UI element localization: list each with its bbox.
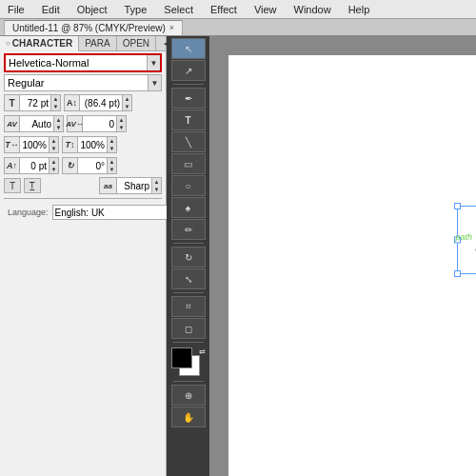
tracking-icon: AV↔ bbox=[68, 116, 83, 131]
all-caps-button[interactable]: T bbox=[4, 178, 21, 193]
font-style-selector[interactable]: ▼ bbox=[4, 74, 162, 91]
font-size-down[interactable]: ▼ bbox=[51, 103, 60, 110]
menu-help[interactable]: Help bbox=[345, 2, 374, 17]
tab-close-button[interactable]: × bbox=[169, 23, 174, 32]
leading-down[interactable]: ▼ bbox=[123, 103, 131, 110]
font-name-dropdown-arrow[interactable]: ▼ bbox=[147, 55, 160, 70]
font-size-input[interactable] bbox=[20, 98, 50, 109]
menu-file[interactable]: File bbox=[4, 2, 29, 17]
vert-scale-group: T↕ ▲ ▼ bbox=[62, 136, 117, 153]
vert-scale-up[interactable]: ▲ bbox=[108, 137, 116, 145]
tool-gradient[interactable]: ◻ bbox=[171, 318, 206, 339]
character-panel: ○ CHARACTER PARA OPEN ◄► ▼ ▼ bbox=[0, 36, 167, 476]
leading-spinner[interactable]: ▲ ▼ bbox=[122, 95, 131, 110]
tool-pencil[interactable]: ✏ bbox=[171, 219, 206, 240]
baseline-down[interactable]: ▼ bbox=[50, 166, 58, 173]
snap-up[interactable]: ▲ bbox=[152, 178, 161, 186]
rotate-down[interactable]: ▼ bbox=[108, 166, 116, 173]
language-input[interactable] bbox=[53, 208, 178, 218]
tracking-spinner[interactable]: ▲ ▼ bbox=[116, 116, 126, 131]
handle-bottom-left[interactable] bbox=[454, 270, 461, 277]
menu-window[interactable]: Window bbox=[290, 2, 335, 17]
kerning-up[interactable]: ▲ bbox=[54, 116, 63, 124]
horiz-scale-spinner[interactable]: ▲ ▼ bbox=[49, 137, 58, 152]
kerning-spinner[interactable]: ▲ ▼ bbox=[53, 116, 63, 131]
kerning-down[interactable]: ▼ bbox=[54, 124, 63, 131]
menu-effect[interactable]: Effect bbox=[207, 2, 241, 17]
character-tab-icon: ○ bbox=[6, 39, 10, 48]
vert-scale-icon: T↕ bbox=[63, 137, 78, 152]
font-name-selector[interactable]: ▼ bbox=[4, 53, 162, 72]
tool-ellipse[interactable]: ○ bbox=[171, 175, 206, 196]
horiz-scale-input[interactable] bbox=[20, 140, 49, 150]
tool-hand[interactable]: ✋ bbox=[171, 407, 206, 427]
tab-open[interactable]: OPEN bbox=[117, 36, 156, 50]
font-name-input[interactable] bbox=[6, 57, 147, 69]
small-caps-button[interactable]: T̲ bbox=[24, 178, 41, 193]
type-style-buttons: T T̲ aa ▲ ▼ bbox=[4, 177, 162, 194]
canvas-area[interactable]: Songs path bbox=[209, 36, 476, 476]
vert-scale-input[interactable] bbox=[78, 140, 107, 150]
scale-row: T↔ ▲ ▼ T↕ ▲ ▼ bbox=[4, 135, 162, 154]
tool-line[interactable]: ╲ bbox=[171, 131, 206, 152]
tool-zoom[interactable]: ⊕ bbox=[171, 385, 206, 406]
snap-group: aa ▲ ▼ bbox=[99, 177, 162, 194]
tab-character[interactable]: ○ CHARACTER bbox=[0, 36, 79, 51]
language-row: Language: ▼ bbox=[4, 203, 162, 222]
leading-group: A↕ ▲ ▼ bbox=[64, 94, 132, 111]
baseline-up[interactable]: ▲ bbox=[50, 158, 58, 166]
kerning-input[interactable] bbox=[20, 119, 53, 129]
horiz-scale-up[interactable]: ▲ bbox=[50, 137, 58, 145]
leading-up[interactable]: ▲ bbox=[123, 95, 131, 103]
leading-input[interactable] bbox=[80, 98, 122, 109]
vert-scale-down[interactable]: ▼ bbox=[108, 145, 116, 152]
font-size-icon: T bbox=[5, 95, 20, 110]
kerning-group: AV ▲ ▼ bbox=[4, 115, 64, 132]
baseline-input[interactable] bbox=[20, 161, 49, 171]
kerning-tracking-row: AV ▲ ▼ AV↔ ▲ ▼ bbox=[4, 114, 162, 133]
tool-rect[interactable]: ▭ bbox=[171, 153, 206, 174]
horiz-scale-icon: T↔ bbox=[5, 137, 20, 152]
font-style-dropdown-arrow[interactable]: ▼ bbox=[148, 75, 161, 90]
tracking-down[interactable]: ▼ bbox=[117, 124, 126, 131]
rotate-input[interactable] bbox=[78, 161, 107, 171]
rotate-up[interactable]: ▲ bbox=[108, 158, 116, 166]
menu-view[interactable]: View bbox=[250, 2, 281, 17]
rotate-group: ↻ ▲ ▼ bbox=[62, 157, 117, 174]
kerning-icon: AV bbox=[5, 116, 20, 131]
tool-selection[interactable]: ↖ bbox=[171, 38, 206, 59]
tool-rotate[interactable]: ↻ bbox=[171, 247, 206, 268]
tool-eyedropper[interactable]: ⌗ bbox=[171, 296, 206, 317]
snap-spinner[interactable]: ▲ ▼ bbox=[151, 178, 161, 193]
tab-para[interactable]: PARA bbox=[79, 36, 117, 50]
tool-scale[interactable]: ⤡ bbox=[171, 268, 206, 289]
baseline-spinner[interactable]: ▲ ▼ bbox=[49, 158, 58, 173]
snap-down[interactable]: ▼ bbox=[152, 186, 161, 193]
foreground-color-swatch[interactable] bbox=[171, 347, 192, 368]
toolbox: ↖ ↗ ✒ T ╲ ▭ ○ ♠ ✏ ↻ ⤡ ⌗ ◻ ⇄ ⊕ ✋ bbox=[167, 36, 209, 476]
menu-object[interactable]: Object bbox=[73, 2, 111, 17]
color-box: ⇄ bbox=[171, 347, 206, 376]
menu-type[interactable]: Type bbox=[121, 2, 151, 17]
tool-pen[interactable]: ✒ bbox=[171, 88, 206, 109]
tool-sep-5 bbox=[173, 381, 204, 382]
tool-type[interactable]: T bbox=[171, 109, 206, 130]
tool-brush[interactable]: ♠ bbox=[171, 197, 206, 218]
tool-sep-4 bbox=[173, 342, 204, 343]
swap-colors-button[interactable]: ⇄ bbox=[199, 347, 206, 356]
menu-edit[interactable]: Edit bbox=[38, 2, 64, 17]
font-style-input[interactable] bbox=[5, 77, 148, 89]
handle-top-left[interactable] bbox=[454, 203, 461, 209]
leading-icon: A↕ bbox=[65, 95, 80, 110]
tracking-up[interactable]: ▲ bbox=[117, 116, 126, 124]
vert-scale-spinner[interactable]: ▲ ▼ bbox=[107, 137, 116, 152]
font-size-up[interactable]: ▲ bbox=[51, 95, 60, 103]
tool-direct-selection[interactable]: ↗ bbox=[171, 60, 206, 81]
horiz-scale-down[interactable]: ▼ bbox=[50, 145, 58, 152]
rotate-spinner[interactable]: ▲ ▼ bbox=[107, 158, 116, 173]
menu-select[interactable]: Select bbox=[160, 2, 197, 17]
font-size-spinner[interactable]: ▲ ▼ bbox=[50, 95, 60, 110]
document-tab[interactable]: Untitled-11 @ 87% (CMYK/Preview) × bbox=[4, 20, 183, 35]
snap-input[interactable] bbox=[117, 181, 151, 191]
tracking-input[interactable] bbox=[83, 119, 116, 129]
